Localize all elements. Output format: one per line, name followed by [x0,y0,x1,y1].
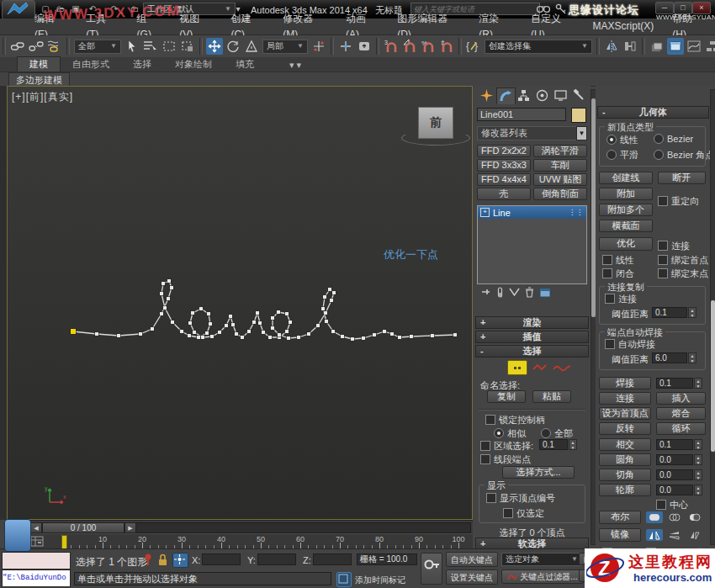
spline-vertex[interactable] [453,333,457,336]
weld-button[interactable]: 焊接 [599,377,651,389]
spline-vertex[interactable] [398,336,401,339]
spline-vertex[interactable] [410,335,413,338]
selected-only-checkbox[interactable]: 仅选定 [503,507,544,520]
command-panel-tab-utilities[interactable] [570,87,588,103]
create-line-button[interactable]: 创建线 [599,172,653,184]
angle-snap-icon[interactable] [401,38,418,55]
boolean-button[interactable]: 布尔 [599,511,641,524]
spline-vertex[interactable] [171,320,174,324]
mirror-icon[interactable] [603,38,620,55]
spline-vertex[interactable] [262,331,265,334]
outline-value-field[interactable]: 0.0 [656,485,693,495]
spline-vertex[interactable] [218,331,221,334]
selection-filter-dropdown[interactable]: 全部▼ [74,40,121,54]
pin-stack-icon[interactable] [480,287,491,298]
remove-modifier-icon[interactable] [525,287,534,298]
spline-vertex[interactable] [325,320,328,323]
spline-vertex[interactable] [199,307,203,310]
command-panel-tab-hierarchy[interactable] [515,87,532,103]
spline-vertex[interactable] [193,331,196,334]
select-by-name-icon[interactable] [142,38,159,55]
spline-vertex[interactable] [271,316,274,320]
schematic-view-icon[interactable] [704,38,715,55]
bezier-radio[interactable]: Bezier [654,134,693,144]
tab-populate[interactable]: 填充 [224,57,266,72]
ffd-4x4x4-button[interactable]: FFD 4x4x4 [477,173,531,186]
spline-vertex[interactable] [390,332,394,336]
spline-vertex[interactable] [241,336,244,339]
bezier-corner-radio[interactable]: Bezier 角点 [654,149,714,162]
connect-copy-checkbox[interactable]: 连接 [605,293,637,305]
bind-last-checkbox[interactable]: 绑定末点 [658,268,708,280]
connect-threshold-spinner[interactable]: ▲▼ [688,307,696,318]
spline-vertex[interactable] [383,330,386,333]
spline-vertex[interactable] [95,332,98,336]
spline-vertex[interactable] [362,336,365,340]
spline-vertex[interactable] [197,336,200,339]
linear-radio[interactable]: 线性 [606,134,638,146]
spline-vertex[interactable] [139,332,142,336]
area-threshold-field[interactable]: 0.1 [539,439,568,450]
add-time-tag-button[interactable]: 添加时间标记 [355,575,405,586]
window-crossing-icon[interactable] [179,38,196,55]
auto-key-button[interactable]: 自动关键点 [446,552,498,567]
spline-vertex[interactable] [331,330,335,333]
insert-button[interactable]: 插入 [656,392,706,405]
spline-vertex[interactable] [268,336,272,339]
bevel-profile-button[interactable]: 倒角剖面 [533,188,587,200]
trackbar[interactable]: 10 20 30 40 50 60 70 80 90 100 [7,533,473,549]
select-and-move-icon[interactable] [206,38,223,55]
spline-vertex[interactable] [330,299,333,302]
boolean-union-icon[interactable] [646,511,663,523]
spline-vertex[interactable] [271,326,274,330]
object-color-swatch[interactable] [571,108,586,123]
spline-vertex[interactable] [180,330,183,333]
select-object-icon[interactable] [124,38,140,55]
modifier-stack[interactable]: + Line ⋮⋮ [477,205,587,284]
spline-vertex[interactable] [151,327,154,331]
select-and-manipulate-icon[interactable] [337,38,354,55]
y-field[interactable] [257,554,296,565]
weld-value-spinner[interactable]: ▲▼ [694,378,702,389]
spline-vertex[interactable] [167,297,170,300]
rollout-geometry[interactable]: -几何体 [597,106,709,119]
cross-section-button[interactable]: 横截面 [599,220,653,232]
outline-value-spinner[interactable]: ▲▼ [694,485,702,495]
spline-vertex[interactable] [332,291,336,294]
spline-vertex[interactable] [188,321,192,325]
viewport-front[interactable]: [+][前][真实] 前 优化一下点 yx [7,86,473,520]
ribbon-minimize-button[interactable]: ▾ ▾ [278,59,313,72]
spline-vertex[interactable] [201,336,204,339]
coord-system-dropdown[interactable]: 局部▼ [262,40,308,54]
graphite-ribbon-toggle-icon[interactable] [667,38,684,55]
spline-vertex[interactable] [117,334,120,337]
refine-button[interactable]: 优化 [599,237,653,251]
show-vertex-numbers-checkbox[interactable]: 显示顶点编号 [486,492,555,505]
expand-icon[interactable]: + [480,208,490,217]
named-sets-dropdown[interactable]: 创建选择集▼ [485,40,592,54]
set-key-button[interactable]: 设置关键点 [446,569,498,585]
spline-vertex[interactable] [210,335,214,338]
weld-threshold-spinner[interactable]: ▲▼ [688,352,696,363]
cycle-button[interactable]: 循环 [656,422,706,435]
connect-checkbox[interactable]: 连接 [658,240,690,252]
center-checkbox[interactable]: 中心 [656,499,688,511]
spline-vertex[interactable] [307,332,310,336]
fuse-button[interactable]: 熔合 [656,407,706,420]
z-field[interactable] [313,554,352,565]
isolate-pin-icon[interactable] [143,554,153,568]
crossing-button[interactable]: 相交 [599,438,651,451]
crossing-value-spinner[interactable]: ▲▼ [694,439,702,450]
select-by-button[interactable]: 选择方式... [502,466,575,479]
shell-button[interactable]: 壳 [477,188,531,200]
spline-vertex[interactable] [247,330,251,333]
mirror-geometry-button[interactable]: 镜像 [599,528,641,542]
turbosmooth-button[interactable]: 涡轮平滑 [533,145,587,157]
layer-manager-icon[interactable] [649,38,665,55]
next-frame-arrow[interactable]: ▶ [124,522,136,533]
unlink-icon[interactable] [28,38,45,55]
fillet-button[interactable]: 圆角 [599,453,651,466]
bind-spacewarp-icon[interactable] [46,38,63,55]
spline-vertex[interactable] [289,320,292,324]
rollout-rendering[interactable]: +渲染 [475,316,589,329]
